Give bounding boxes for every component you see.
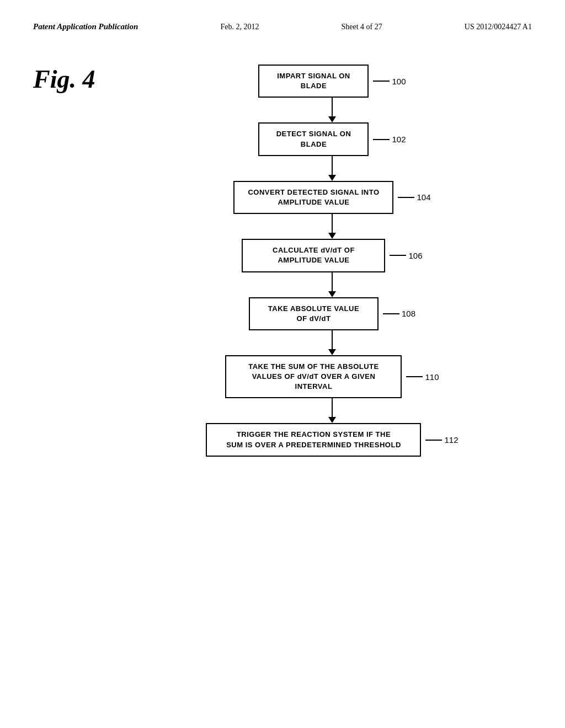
page-header: Patent Application Publication Feb. 2, 2…	[33, 22, 532, 31]
step-number-112: 112	[444, 435, 458, 445]
figure-label: Fig. 4	[33, 65, 95, 93]
step-number-108: 108	[402, 309, 415, 318]
flow-box-104: CONVERT DETECTED SIGNAL INTO AMPLITUDE V…	[233, 181, 393, 214]
flow-step-104: CONVERT DETECTED SIGNAL INTO AMPLITUDE V…	[233, 181, 430, 214]
step-100-line2: BLADE	[301, 82, 327, 90]
step-number-106: 106	[408, 251, 422, 260]
date-label: Feb. 2, 2012	[220, 23, 259, 31]
flow-box-110: TAKE THE SUM OF THE ABSOLUTE VALUES OF d…	[225, 355, 402, 399]
sheet-label: Sheet 4 of 27	[341, 23, 382, 31]
flow-box-106: CALCULATE dV/dT OF AMPLITUDE VALUE	[242, 239, 385, 272]
flow-step-106: CALCULATE dV/dT OF AMPLITUDE VALUE 106	[242, 239, 422, 272]
step-102-line2: BLADE	[301, 140, 327, 148]
step-108-line1: TAKE ABSOLUTE VALUE	[268, 304, 359, 313]
arrow-5	[328, 330, 336, 355]
flow-box-102: DETECT SIGNAL ON BLADE	[258, 122, 369, 156]
flow-step-100: IMPART SIGNAL ON BLADE 100	[258, 65, 406, 98]
arrow-1	[328, 98, 336, 122]
step-number-102: 102	[392, 135, 406, 144]
arrow-3	[328, 214, 336, 239]
patent-number-label: US 2012/0024427 A1	[465, 23, 532, 31]
flow-step-102: DETECT SIGNAL ON BLADE 102	[258, 122, 406, 156]
flow-box-108: TAKE ABSOLUTE VALUE OF dV/dT	[249, 297, 379, 330]
step-106-line2: AMPLITUDE VALUE	[278, 256, 349, 264]
step-110-line1: TAKE THE SUM OF THE ABSOLUTE	[248, 362, 379, 371]
step-110-line3: INTERVAL	[295, 382, 333, 390]
step-number-110: 110	[425, 372, 439, 382]
arrow-6	[328, 398, 336, 423]
step-number-104: 104	[417, 192, 430, 202]
flowchart: IMPART SIGNAL ON BLADE 100 DETECT SIGNAL…	[132, 65, 532, 457]
flow-step-110: TAKE THE SUM OF THE ABSOLUTE VALUES OF d…	[225, 355, 439, 399]
step-108-line2: OF dV/dT	[297, 314, 331, 323]
step-104-line2: AMPLITUDE VALUE	[278, 198, 349, 206]
flow-box-100: IMPART SIGNAL ON BLADE	[258, 65, 369, 98]
step-112-line2: SUM IS OVER A PREDETERMINED THRESHOLD	[226, 441, 401, 449]
page-container: Patent Application Publication Feb. 2, 2…	[0, 0, 565, 728]
arrow-4	[328, 272, 336, 297]
step-112-line1: TRIGGER THE REACTION SYSTEM IF THE	[237, 430, 391, 438]
step-106-line1: CALCULATE dV/dT OF	[273, 246, 355, 254]
step-number-100: 100	[392, 77, 406, 86]
step-104-line1: CONVERT DETECTED SIGNAL INTO	[248, 188, 379, 196]
publication-label: Patent Application Publication	[33, 22, 138, 31]
flow-step-108: TAKE ABSOLUTE VALUE OF dV/dT 108	[249, 297, 415, 330]
step-100-line1: IMPART SIGNAL ON	[277, 72, 350, 80]
step-102-line1: DETECT SIGNAL ON	[276, 130, 351, 138]
step-110-line2: VALUES OF dV/dT OVER A GIVEN	[252, 372, 376, 381]
arrow-2	[328, 156, 336, 181]
flow-box-112: TRIGGER THE REACTION SYSTEM IF THE SUM I…	[206, 423, 421, 456]
flow-step-112: TRIGGER THE REACTION SYSTEM IF THE SUM I…	[206, 423, 458, 456]
